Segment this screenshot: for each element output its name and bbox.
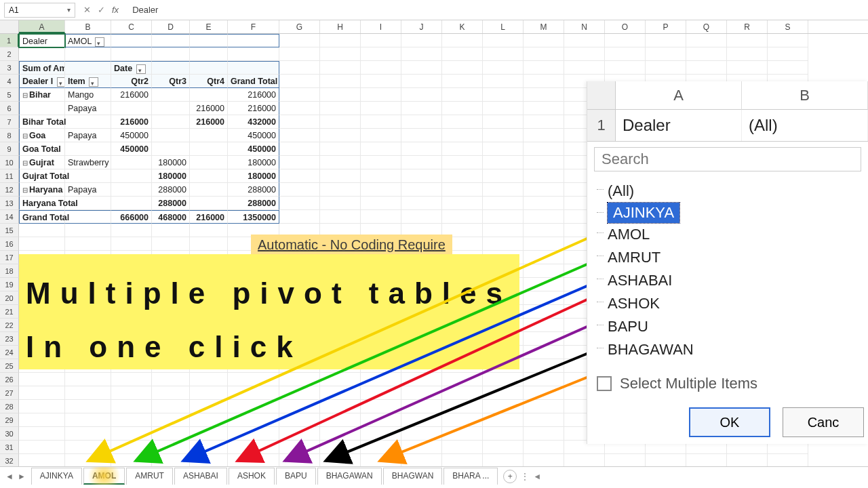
row-header-28[interactable]: 28 xyxy=(0,400,19,413)
cell[interactable] xyxy=(65,386,111,400)
cell[interactable] xyxy=(320,427,361,441)
cell[interactable] xyxy=(279,210,320,224)
cell[interactable] xyxy=(152,224,190,237)
cell[interactable]: Qtr3 xyxy=(152,75,190,88)
cell[interactable] xyxy=(19,224,65,237)
cell[interactable] xyxy=(361,142,401,156)
cell[interactable]: Papaya xyxy=(65,102,111,115)
cell[interactable] xyxy=(320,61,361,75)
cell[interactable]: Item xyxy=(65,75,111,88)
row-header-1[interactable]: 1 xyxy=(0,34,19,47)
cell[interactable]: Bihar Total xyxy=(19,115,65,129)
cell[interactable] xyxy=(111,183,152,197)
cell[interactable] xyxy=(686,454,727,468)
cell[interactable] xyxy=(605,454,646,468)
row-header-29[interactable]: 29 xyxy=(0,413,19,427)
cell[interactable] xyxy=(483,115,524,129)
cell[interactable] xyxy=(152,427,190,441)
cell[interactable] xyxy=(768,47,808,61)
cell[interactable] xyxy=(190,142,228,156)
cell[interactable] xyxy=(279,34,320,47)
cell[interactable] xyxy=(483,142,524,156)
cell[interactable] xyxy=(65,237,111,251)
cell[interactable] xyxy=(524,142,564,156)
cell[interactable] xyxy=(483,237,524,251)
cell[interactable] xyxy=(442,169,483,183)
cell[interactable] xyxy=(483,47,524,61)
cell[interactable] xyxy=(768,34,808,47)
cell[interactable] xyxy=(111,441,152,454)
cell[interactable] xyxy=(401,373,442,386)
sheet-tab[interactable]: ASHABAI xyxy=(174,468,227,485)
cell[interactable]: Papaya xyxy=(65,129,111,142)
cell[interactable] xyxy=(524,291,564,305)
cell[interactable] xyxy=(152,142,190,156)
row-header-16[interactable]: 16 xyxy=(0,237,19,251)
cell[interactable] xyxy=(190,400,228,413)
cell[interactable]: AMOL xyxy=(65,34,111,47)
cell[interactable] xyxy=(152,413,190,427)
cell[interactable] xyxy=(228,427,279,441)
row-header-14[interactable]: 14 xyxy=(0,210,19,224)
cell[interactable] xyxy=(564,34,605,47)
cell[interactable] xyxy=(361,386,401,400)
cell[interactable] xyxy=(361,413,401,427)
cell[interactable]: 216000 xyxy=(111,88,152,102)
cell[interactable]: 1350000 xyxy=(228,210,279,224)
cell[interactable] xyxy=(442,454,483,468)
cell[interactable] xyxy=(483,156,524,169)
cell[interactable] xyxy=(361,210,401,224)
filter-item[interactable]: ASHABAI xyxy=(608,269,859,292)
cell[interactable] xyxy=(320,129,361,142)
tab-nav[interactable]: ◄► xyxy=(0,472,31,481)
cell[interactable] xyxy=(401,142,442,156)
cell[interactable] xyxy=(442,129,483,142)
cell[interactable] xyxy=(190,183,228,197)
cell[interactable] xyxy=(768,61,808,75)
cell[interactable] xyxy=(19,386,65,400)
select-multiple-row[interactable]: Select Multiple Items xyxy=(587,368,868,399)
cell[interactable]: Grand Total xyxy=(19,210,65,224)
select-all-corner[interactable] xyxy=(0,20,19,33)
cell[interactable] xyxy=(401,102,442,115)
cell[interactable]: Goa Total xyxy=(19,142,65,156)
cell[interactable] xyxy=(190,169,228,183)
cell[interactable] xyxy=(442,102,483,115)
cell[interactable] xyxy=(442,34,483,47)
cell[interactable]: 288000 xyxy=(152,183,190,197)
cell[interactable] xyxy=(65,197,111,210)
cell[interactable] xyxy=(65,61,111,75)
cell[interactable] xyxy=(111,34,152,47)
cell[interactable] xyxy=(320,400,361,413)
formula-input[interactable]: Dealer xyxy=(127,5,868,15)
cell[interactable] xyxy=(401,454,442,468)
cell[interactable] xyxy=(19,413,65,427)
row-header-9[interactable]: 9 xyxy=(0,142,19,156)
cell[interactable] xyxy=(686,34,727,47)
cell[interactable] xyxy=(152,386,190,400)
cell[interactable] xyxy=(524,373,564,386)
cell[interactable] xyxy=(401,413,442,427)
cell[interactable] xyxy=(401,156,442,169)
cell[interactable] xyxy=(19,237,65,251)
cell[interactable] xyxy=(190,413,228,427)
name-box-dropdown-icon[interactable]: ▾ xyxy=(67,6,71,14)
tab-prev-icon[interactable]: ◄ xyxy=(5,472,14,481)
cell[interactable] xyxy=(483,88,524,102)
cell[interactable] xyxy=(190,237,228,251)
cell[interactable]: 180000 xyxy=(152,156,190,169)
cell[interactable] xyxy=(361,88,401,102)
cell[interactable] xyxy=(190,386,228,400)
cell[interactable] xyxy=(19,454,65,468)
cell[interactable] xyxy=(361,102,401,115)
filter-item[interactable]: BAPU xyxy=(608,315,859,338)
cell[interactable] xyxy=(111,102,152,115)
cell[interactable] xyxy=(279,75,320,88)
cell[interactable] xyxy=(279,47,320,61)
cell[interactable] xyxy=(524,454,564,468)
cell[interactable] xyxy=(442,386,483,400)
cell[interactable] xyxy=(279,441,320,454)
cell[interactable] xyxy=(524,169,564,183)
cell[interactable]: 450000 xyxy=(111,142,152,156)
cell[interactable] xyxy=(152,47,190,61)
